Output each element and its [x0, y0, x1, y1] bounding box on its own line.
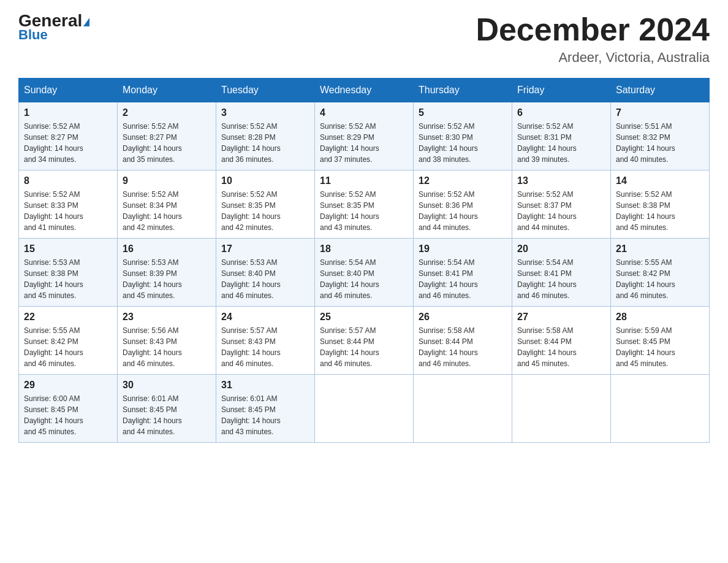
day-number: 14 — [616, 175, 704, 186]
day-number: 15 — [24, 243, 112, 255]
day-info: Sunrise: 5:57 AMSunset: 8:44 PMDaylight:… — [320, 325, 408, 369]
title-area: December 2024 Ardeer, Victoria, Australi… — [476, 12, 710, 66]
day-info: Sunrise: 5:52 AMSunset: 8:35 PMDaylight:… — [320, 189, 408, 233]
calendar-cell: 19Sunrise: 5:54 AMSunset: 8:41 PMDayligh… — [414, 239, 512, 307]
location: Ardeer, Victoria, Australia — [476, 50, 710, 66]
calendar-cell: 28Sunrise: 5:59 AMSunset: 8:45 PMDayligh… — [611, 307, 710, 375]
day-number: 23 — [123, 312, 211, 323]
day-info: Sunrise: 6:00 AMSunset: 8:45 PMDaylight:… — [24, 393, 112, 437]
calendar-cell: 5Sunrise: 5:52 AMSunset: 8:30 PMDaylight… — [414, 102, 512, 170]
day-number: 18 — [320, 243, 408, 255]
calendar-cell: 4Sunrise: 5:52 AMSunset: 8:29 PMDaylight… — [315, 102, 414, 170]
day-info: Sunrise: 5:58 AMSunset: 8:44 PMDaylight:… — [419, 325, 507, 369]
day-number: 29 — [24, 380, 112, 391]
day-number: 27 — [517, 312, 605, 323]
calendar-cell: 18Sunrise: 5:54 AMSunset: 8:40 PMDayligh… — [315, 239, 414, 307]
day-info: Sunrise: 6:01 AMSunset: 8:45 PMDaylight:… — [221, 393, 309, 437]
calendar-day-header: Monday — [118, 79, 216, 102]
day-number: 16 — [123, 243, 211, 255]
calendar-table: SundayMondayTuesdayWednesdayThursdayFrid… — [18, 78, 710, 443]
calendar-day-header: Wednesday — [315, 79, 414, 102]
month-title: December 2024 — [476, 12, 710, 47]
calendar-day-header: Sunday — [19, 79, 118, 102]
day-info: Sunrise: 5:53 AMSunset: 8:39 PMDaylight:… — [123, 257, 211, 301]
day-info: Sunrise: 5:52 AMSunset: 8:28 PMDaylight:… — [221, 121, 309, 165]
day-number: 31 — [221, 380, 309, 391]
day-info: Sunrise: 5:52 AMSunset: 8:35 PMDaylight:… — [221, 189, 309, 233]
calendar-day-header: Thursday — [414, 79, 512, 102]
day-number: 9 — [123, 175, 211, 186]
calendar-week-row: 15Sunrise: 5:53 AMSunset: 8:38 PMDayligh… — [19, 239, 710, 307]
calendar-week-row: 22Sunrise: 5:55 AMSunset: 8:42 PMDayligh… — [19, 307, 710, 375]
day-number: 1 — [24, 107, 112, 118]
calendar-cell — [315, 375, 414, 443]
day-info: Sunrise: 5:52 AMSunset: 8:37 PMDaylight:… — [517, 189, 605, 233]
day-info: Sunrise: 5:52 AMSunset: 8:36 PMDaylight:… — [419, 189, 507, 233]
calendar-cell — [512, 375, 611, 443]
day-number: 6 — [517, 107, 605, 118]
day-info: Sunrise: 5:58 AMSunset: 8:44 PMDaylight:… — [517, 325, 605, 369]
calendar-cell: 26Sunrise: 5:58 AMSunset: 8:44 PMDayligh… — [414, 307, 512, 375]
calendar-cell: 30Sunrise: 6:01 AMSunset: 8:45 PMDayligh… — [118, 375, 216, 443]
day-number: 10 — [221, 175, 309, 186]
page-header: General Blue December 2024 Ardeer, Victo… — [18, 12, 710, 66]
day-info: Sunrise: 5:54 AMSunset: 8:41 PMDaylight:… — [517, 257, 605, 301]
day-number: 25 — [320, 312, 408, 323]
day-number: 11 — [320, 175, 408, 186]
calendar-week-row: 1Sunrise: 5:52 AMSunset: 8:27 PMDaylight… — [19, 102, 710, 170]
logo-blue: Blue — [18, 27, 48, 43]
day-info: Sunrise: 5:52 AMSunset: 8:33 PMDaylight:… — [24, 189, 112, 233]
day-number: 26 — [419, 312, 507, 323]
day-info: Sunrise: 5:52 AMSunset: 8:30 PMDaylight:… — [419, 121, 507, 165]
day-info: Sunrise: 5:59 AMSunset: 8:45 PMDaylight:… — [616, 325, 704, 369]
calendar-cell: 17Sunrise: 5:53 AMSunset: 8:40 PMDayligh… — [216, 239, 315, 307]
calendar-cell: 11Sunrise: 5:52 AMSunset: 8:35 PMDayligh… — [315, 170, 414, 239]
calendar-cell: 10Sunrise: 5:52 AMSunset: 8:35 PMDayligh… — [216, 170, 315, 239]
day-info: Sunrise: 5:54 AMSunset: 8:40 PMDaylight:… — [320, 257, 408, 301]
calendar-header-row: SundayMondayTuesdayWednesdayThursdayFrid… — [19, 79, 710, 102]
calendar-week-row: 29Sunrise: 6:00 AMSunset: 8:45 PMDayligh… — [19, 375, 710, 443]
day-info: Sunrise: 5:51 AMSunset: 8:32 PMDaylight:… — [616, 121, 704, 165]
day-info: Sunrise: 5:54 AMSunset: 8:41 PMDaylight:… — [419, 257, 507, 301]
calendar-day-header: Friday — [512, 79, 611, 102]
day-info: Sunrise: 5:52 AMSunset: 8:38 PMDaylight:… — [616, 189, 704, 233]
day-number: 12 — [419, 175, 507, 186]
calendar-cell: 25Sunrise: 5:57 AMSunset: 8:44 PMDayligh… — [315, 307, 414, 375]
day-number: 21 — [616, 243, 704, 255]
day-number: 4 — [320, 107, 408, 118]
calendar-cell: 1Sunrise: 5:52 AMSunset: 8:27 PMDaylight… — [19, 102, 118, 170]
day-number: 8 — [24, 175, 112, 186]
day-number: 20 — [517, 243, 605, 255]
day-number: 30 — [123, 380, 211, 391]
calendar-cell: 31Sunrise: 6:01 AMSunset: 8:45 PMDayligh… — [216, 375, 315, 443]
day-number: 17 — [221, 243, 309, 255]
calendar-cell: 3Sunrise: 5:52 AMSunset: 8:28 PMDaylight… — [216, 102, 315, 170]
calendar-cell: 20Sunrise: 5:54 AMSunset: 8:41 PMDayligh… — [512, 239, 611, 307]
calendar-cell: 14Sunrise: 5:52 AMSunset: 8:38 PMDayligh… — [611, 170, 710, 239]
calendar-day-header: Tuesday — [216, 79, 315, 102]
calendar-cell: 16Sunrise: 5:53 AMSunset: 8:39 PMDayligh… — [118, 239, 216, 307]
calendar-week-row: 8Sunrise: 5:52 AMSunset: 8:33 PMDaylight… — [19, 170, 710, 239]
calendar-cell: 15Sunrise: 5:53 AMSunset: 8:38 PMDayligh… — [19, 239, 118, 307]
day-number: 5 — [419, 107, 507, 118]
calendar-cell: 9Sunrise: 5:52 AMSunset: 8:34 PMDaylight… — [118, 170, 216, 239]
calendar-cell — [611, 375, 710, 443]
calendar-day-header: Saturday — [611, 79, 710, 102]
day-number: 28 — [616, 312, 704, 323]
day-info: Sunrise: 5:52 AMSunset: 8:27 PMDaylight:… — [123, 121, 211, 165]
day-info: Sunrise: 5:56 AMSunset: 8:43 PMDaylight:… — [123, 325, 211, 369]
day-number: 13 — [517, 175, 605, 186]
day-number: 3 — [221, 107, 309, 118]
calendar-cell: 21Sunrise: 5:55 AMSunset: 8:42 PMDayligh… — [611, 239, 710, 307]
calendar-cell: 29Sunrise: 6:00 AMSunset: 8:45 PMDayligh… — [19, 375, 118, 443]
day-info: Sunrise: 5:55 AMSunset: 8:42 PMDaylight:… — [616, 257, 704, 301]
day-info: Sunrise: 5:52 AMSunset: 8:27 PMDaylight:… — [24, 121, 112, 165]
calendar-cell — [414, 375, 512, 443]
logo: General Blue — [18, 12, 89, 43]
day-number: 24 — [221, 312, 309, 323]
calendar-cell: 8Sunrise: 5:52 AMSunset: 8:33 PMDaylight… — [19, 170, 118, 239]
day-info: Sunrise: 5:52 AMSunset: 8:29 PMDaylight:… — [320, 121, 408, 165]
day-info: Sunrise: 6:01 AMSunset: 8:45 PMDaylight:… — [123, 393, 211, 437]
calendar-cell: 27Sunrise: 5:58 AMSunset: 8:44 PMDayligh… — [512, 307, 611, 375]
calendar-cell: 13Sunrise: 5:52 AMSunset: 8:37 PMDayligh… — [512, 170, 611, 239]
